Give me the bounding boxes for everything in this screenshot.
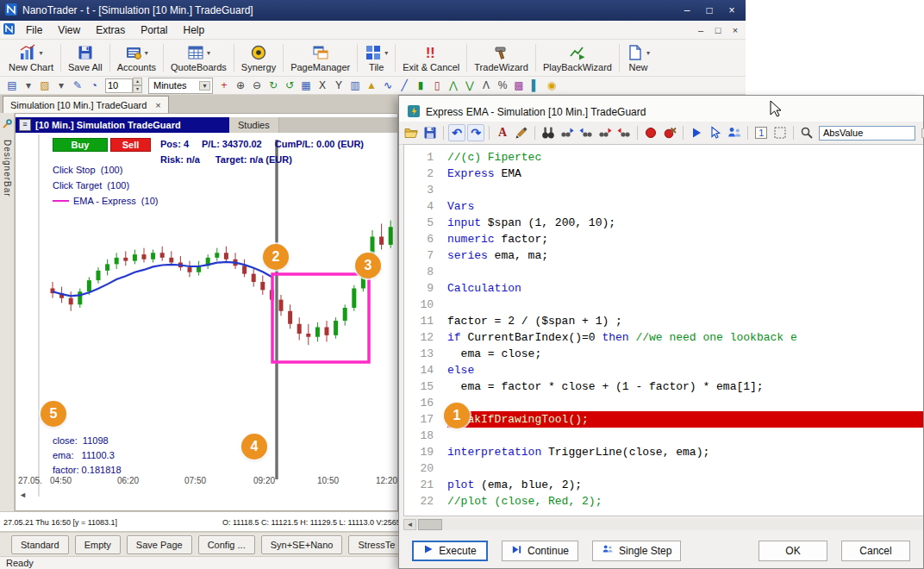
chart-title-bar[interactable]: ≡ [10 Min.] Simulation TradeGuard: [16, 117, 229, 133]
page-tab-standard[interactable]: Standard: [11, 535, 69, 554]
toolbar-new-chart[interactable]: ▾New Chart: [3, 41, 59, 75]
period-value-input[interactable]: [105, 78, 133, 93]
find-next-red-icon[interactable]: [596, 124, 614, 141]
code-line-13[interactable]: 13 ema = close;: [404, 346, 923, 362]
magnifier-icon[interactable]: [798, 124, 815, 141]
menu-extras[interactable]: Extras: [88, 22, 133, 38]
toolbar-accounts[interactable]: ▾Accounts: [112, 41, 161, 75]
pattern-down-icon[interactable]: ⋁: [462, 78, 478, 93]
find-prev-red-icon[interactable]: [615, 124, 633, 141]
code-line-9[interactable]: 9Calculation: [404, 280, 923, 297]
bookmark-1-icon[interactable]: 1: [752, 124, 770, 141]
code-line-5[interactable]: 5input $span (1, 200, 10);: [404, 215, 923, 231]
zigzag-icon[interactable]: Λ: [478, 78, 494, 93]
zoom-out-icon[interactable]: ⊖: [249, 78, 265, 93]
code-editor[interactable]: 1//(c) Fipertec2Express EMA34Vars5input …: [403, 144, 923, 516]
toolbar-tradewizard[interactable]: TradeWizard: [469, 41, 534, 75]
tab-studies[interactable]: Studies: [229, 117, 279, 133]
editor-title-bar[interactable]: Express EMA - Simulation [10 Min.] Trade…: [399, 96, 923, 122]
minimize-button[interactable]: –: [678, 4, 696, 16]
refresh-icon[interactable]: ↻: [265, 78, 281, 93]
select-box-icon[interactable]: [771, 124, 789, 141]
code-line-14[interactable]: 14else: [404, 362, 923, 378]
toolbar-save-all[interactable]: Save All: [63, 41, 108, 75]
code-line-10[interactable]: 10: [404, 297, 923, 313]
brush-icon[interactable]: [513, 124, 530, 141]
continue-button[interactable]: Continue: [502, 541, 578, 561]
redo-icon[interactable]: ↷: [467, 124, 484, 141]
save-dropdown-icon[interactable]: ▾: [21, 78, 36, 93]
ok-button[interactable]: OK: [759, 541, 827, 561]
code-line-16[interactable]: 16: [404, 395, 923, 411]
indicator-wave-icon[interactable]: ∿: [380, 78, 396, 93]
bar-chart-icon[interactable]: ▯: [429, 78, 445, 93]
page-tab-empty[interactable]: Empty: [75, 535, 121, 554]
code-line-6[interactable]: 6numeric factor;: [404, 231, 923, 247]
dropdown-arrow-icon[interactable]: ▾: [39, 49, 42, 57]
code-line-1[interactable]: 1//(c) Fipertec: [404, 149, 923, 166]
save-icon[interactable]: ▤: [4, 78, 20, 93]
candle-chart-icon[interactable]: ▮: [413, 78, 428, 93]
threads-icon[interactable]: [726, 124, 743, 141]
dropdown-arrow-icon[interactable]: ▾: [207, 49, 210, 57]
code-line-21[interactable]: 21plot (ema, blue, 2);: [404, 477, 923, 493]
code-line-3[interactable]: 3: [404, 182, 923, 198]
undo-icon[interactable]: ↶: [448, 124, 465, 141]
toolbar-pagemanager[interactable]: PageManager: [285, 41, 355, 75]
period-value-spinner[interactable]: ▴ ▾: [105, 78, 142, 93]
title-bar[interactable]: NanoTrader - t - [Simulation [10 Min.] T…: [0, 0, 746, 21]
target-icon[interactable]: ◉: [544, 78, 559, 93]
breakpoint-icon[interactable]: [642, 124, 659, 141]
toolbar-quoteboards[interactable]: ▾QuoteBoards: [165, 41, 232, 75]
chart-hscroll-left-icon[interactable]: ◄: [19, 491, 27, 499]
dropdown-arrow-icon[interactable]: ▾: [145, 49, 148, 57]
single-step-button[interactable]: Single Step: [592, 541, 681, 561]
run-icon[interactable]: [688, 124, 705, 141]
data-grid-icon[interactable]: ▦: [298, 78, 314, 93]
find-icon[interactable]: [540, 124, 557, 141]
run-to-cursor-icon[interactable]: [707, 124, 724, 141]
page-tab-config[interactable]: Config ...: [198, 535, 255, 554]
legend-item[interactable]: Click Target (100): [53, 178, 158, 193]
designer-bar[interactable]: DesignerBar: [0, 113, 15, 511]
add-indicator-icon[interactable]: +: [216, 78, 232, 93]
x-scale-icon[interactable]: X: [315, 78, 330, 93]
dropdown-arrow-icon[interactable]: ▾: [646, 49, 650, 57]
undo-zoom-icon[interactable]: ↺: [282, 78, 297, 93]
toolbar-playbackwizard[interactable]: PlayBackWizard: [538, 41, 617, 75]
page-tab-syn-se-nano[interactable]: Syn+SE+Nano: [261, 535, 343, 554]
mdi-minimize-button[interactable]: –: [694, 25, 708, 35]
pie-tool-icon[interactable]: ◔: [86, 78, 102, 93]
y-scale-icon[interactable]: Y: [331, 78, 346, 93]
columns-icon[interactable]: ▌: [528, 78, 543, 93]
toolbar-tile[interactable]: ▾Tile: [359, 41, 393, 75]
maximize-button[interactable]: □: [701, 4, 718, 16]
code-line-20[interactable]: 20: [404, 460, 923, 477]
cancel-button[interactable]: Cancel: [841, 541, 910, 561]
palette-icon[interactable]: ▩: [511, 78, 527, 93]
percent-scale-icon[interactable]: %: [495, 78, 510, 93]
chart-gallery-icon[interactable]: ▲: [364, 78, 379, 93]
spin-up-icon[interactable]: ▴: [133, 78, 142, 85]
toolbar-exit-cancel[interactable]: !!Exit & Cancel: [397, 41, 465, 75]
code-line-12[interactable]: 12if CurrentBarIndex()=0 then //we need …: [404, 329, 923, 346]
sell-button[interactable]: Sell: [110, 138, 151, 152]
editor-hscrollbar[interactable]: ◄: [403, 518, 923, 530]
dropdown-arrow-icon[interactable]: ▾: [199, 81, 210, 91]
menu-portal[interactable]: Portal: [133, 22, 175, 38]
code-line-15[interactable]: 15 ema = factor * close + (1 - factor) *…: [404, 378, 923, 395]
legend-item[interactable]: Click Stop (100): [53, 162, 158, 178]
code-line-17[interactable]: 17BreakIfDrawingTool();: [404, 411, 923, 428]
folder-open-icon[interactable]: [403, 124, 420, 141]
hscroll-thumb[interactable]: [418, 519, 442, 530]
menu-view[interactable]: View: [50, 22, 88, 38]
mdi-restore-button[interactable]: □: [711, 25, 725, 35]
hscroll-left-icon[interactable]: ◄: [403, 519, 416, 530]
ink-pen-icon[interactable]: ✎: [70, 78, 85, 93]
execute-button[interactable]: Execute: [412, 541, 488, 561]
mdi-close-button[interactable]: ×: [728, 25, 742, 35]
code-line-18[interactable]: 18: [404, 428, 923, 444]
close-button[interactable]: ×: [723, 4, 740, 16]
toolbar-synergy[interactable]: Synergy: [236, 41, 281, 75]
collapse-icon[interactable]: ≡: [19, 119, 31, 131]
